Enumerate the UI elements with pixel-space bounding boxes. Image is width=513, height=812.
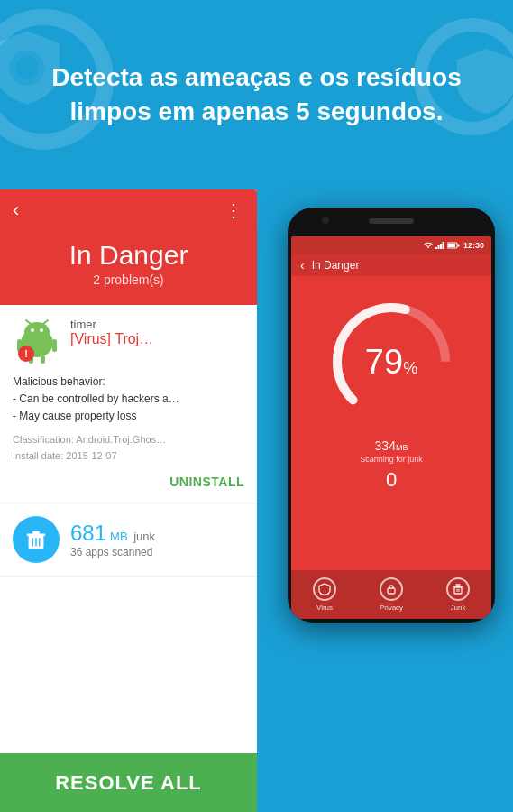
card-header: ‹ ⋮ [0, 189, 257, 231]
phone-content: 79% 334MB Scanning for junk 0 [291, 276, 491, 570]
threat-desc-title: Malicious behavior: [13, 374, 244, 391]
gauge-value: 79% [365, 343, 417, 382]
gauge-mb: 334MB [375, 438, 408, 453]
threat-card: ! timer [Virus] Troj… Malicious behavior… [0, 305, 257, 503]
resolve-all-button[interactable]: RESOLVE ALL [0, 753, 257, 812]
right-phone: 12:30 ‹ In Danger [288, 208, 495, 623]
junk-icon [13, 516, 60, 563]
tab-privacy[interactable]: Privacy [358, 570, 425, 619]
junk-size-number: 681 [70, 521, 106, 546]
virus-tab-icon [313, 577, 336, 601]
svg-text:!: ! [24, 348, 28, 359]
android-virus-icon: ! [13, 318, 61, 366]
svg-rect-23 [442, 242, 444, 249]
phone-camera [322, 217, 329, 224]
threat-classification: Classification: Android.Troj.Ghos… [13, 431, 244, 448]
uninstall-label: UNINSTALL [169, 475, 244, 489]
phone-nav-bar: ‹ In Danger [291, 254, 491, 276]
junk-card: 681 MB junk 36 apps scanned [0, 503, 257, 577]
threat-header: ! timer [Virus] Troj… [13, 318, 244, 366]
gauge-percent: 79% [365, 343, 417, 382]
junk-size-unit: MB junk [110, 530, 155, 543]
tab-privacy-label: Privacy [380, 604, 403, 612]
threat-description: Malicious behavior: - Can be controlled … [13, 374, 244, 426]
status-bar: 12:30 [291, 236, 491, 254]
svg-rect-16 [32, 531, 39, 535]
signal-icon [435, 242, 444, 249]
hero-section: Detecta as ameaças e os resíduos limpos … [0, 0, 513, 189]
junk-tab-icon [446, 577, 470, 601]
svg-line-6 [26, 320, 31, 324]
svg-rect-21 [437, 245, 439, 249]
svg-point-5 [40, 328, 43, 332]
svg-rect-11 [41, 355, 45, 364]
tab-virus[interactable]: Virus [291, 570, 358, 619]
danger-title: In Danger [0, 240, 257, 271]
privacy-tab-icon [380, 577, 403, 601]
danger-subtitle: 2 problem(s) [0, 272, 257, 287]
uninstall-button[interactable]: UNINSTALL [13, 474, 244, 490]
threat-app-name: timer [70, 318, 153, 331]
junk-info: 681 MB junk 36 apps scanned [70, 521, 155, 558]
tab-virus-label: Virus [316, 604, 333, 612]
phone-speaker [369, 218, 414, 224]
status-icons [424, 242, 460, 249]
svg-rect-20 [435, 247, 437, 249]
svg-rect-29 [388, 588, 395, 594]
threat-title-group: timer [Virus] Troj… [70, 318, 153, 347]
threat-install-date: Install date: 2015-12-07 [13, 448, 244, 465]
svg-point-4 [31, 328, 34, 332]
danger-section: In Danger 2 problem(s) [0, 231, 257, 305]
threat-desc-line1: - Can be controlled by hackers a… [13, 391, 244, 408]
zero-count: 0 [386, 468, 397, 492]
phone-tab-bar: Virus Privacy [291, 570, 491, 619]
svg-rect-22 [440, 244, 442, 249]
svg-rect-9 [52, 339, 57, 352]
threat-meta: Classification: Android.Troj.Ghos… Insta… [13, 431, 244, 465]
phone-nav-title: In Danger [312, 259, 360, 272]
shield-icon [318, 583, 331, 595]
main-area: ‹ ⋮ In Danger 2 problem(s) [0, 189, 513, 812]
trash-icon [452, 583, 464, 595]
battery-icon [447, 242, 460, 249]
svg-point-3 [24, 322, 50, 342]
wifi-icon [424, 242, 433, 249]
svg-line-7 [43, 320, 48, 324]
junk-apps-scanned: 36 apps scanned [70, 546, 155, 558]
threat-virus-name: [Virus] Troj… [70, 331, 153, 347]
svg-rect-30 [454, 587, 462, 594]
status-time: 12:30 [463, 241, 484, 250]
menu-button[interactable]: ⋮ [224, 199, 244, 221]
phone-screen: 12:30 ‹ In Danger [291, 236, 491, 619]
svg-rect-25 [457, 245, 459, 247]
tab-junk-label: Junk [451, 604, 466, 612]
tab-junk[interactable]: Junk [425, 570, 491, 619]
left-card: ‹ ⋮ In Danger 2 problem(s) [0, 189, 257, 812]
resolve-all-label: RESOLVE ALL [55, 771, 202, 795]
scanning-label: Scanning for junk [360, 455, 423, 464]
hero-text: Detecta as ameaças e os resíduos limpos … [0, 42, 513, 147]
phone-back-button[interactable]: ‹ [300, 258, 305, 272]
gauge-container: 79% [324, 294, 459, 429]
back-button[interactable]: ‹ [13, 198, 19, 222]
svg-rect-26 [448, 244, 455, 247]
lock-icon [385, 583, 398, 595]
threat-desc-line2: - May cause property loss [13, 408, 244, 425]
